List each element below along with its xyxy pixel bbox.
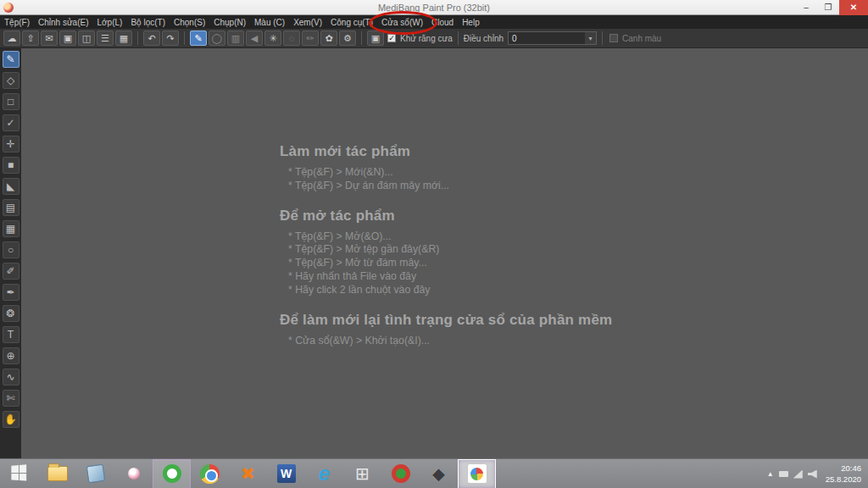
burst-icon[interactable]: ✳ (264, 30, 281, 46)
orange-x-icon: ✖ (241, 465, 255, 482)
taskbar-clock[interactable]: 20:46 25.8.2020 (826, 463, 865, 485)
toolbar-separator (361, 31, 362, 45)
zoom-tool[interactable]: ⊕ (3, 347, 19, 364)
taskbar-grid-app[interactable]: ⊞ (343, 459, 381, 488)
taskbar-red-green-app[interactable] (381, 459, 420, 488)
canvas-area[interactable]: Làm mới tác phẩm * Tệp(&F) > Mới(&N)... … (21, 48, 868, 458)
shape-tool[interactable]: ■ (3, 157, 19, 174)
taskbar-chrome[interactable] (191, 459, 229, 488)
menu-filter[interactable]: Bộ lọc(T) (126, 18, 170, 27)
correction-value: 0 (509, 34, 585, 43)
menu-edit[interactable]: Chỉnh sửa(E) (34, 18, 93, 27)
rect-select-tool[interactable]: □ (3, 93, 19, 110)
comment-icon[interactable]: ✉ (41, 30, 58, 46)
menu-select[interactable]: Chọn(S) (170, 18, 209, 27)
cloud-new-icon[interactable]: ☁ (3, 30, 20, 46)
pattern-icon[interactable]: ▥ (227, 30, 244, 46)
volume-icon[interactable] (808, 470, 817, 479)
window-title: MediBang Paint Pro (32bit) (0, 3, 868, 13)
material-list-icon[interactable]: ☰ (97, 30, 114, 46)
redo-icon[interactable]: ↷ (162, 30, 179, 46)
toolbar-separator (184, 31, 185, 45)
restore-button[interactable]: ❐ (817, 0, 839, 15)
taskbar-pink-app[interactable] (114, 459, 153, 488)
taskbar-file-explorer[interactable] (38, 459, 76, 488)
ellipse-select-tool[interactable]: ○ (3, 241, 19, 258)
menu-cloud[interactable]: Cloud (427, 18, 458, 27)
flower-icon[interactable]: ✿ (320, 30, 337, 46)
menu-tools[interactable]: Công cụ(T) (326, 18, 377, 27)
taskbar-medibang-active[interactable] (458, 459, 496, 488)
polygon-select-tool[interactable]: ✓ (3, 114, 19, 131)
correction-dropdown[interactable]: 0 ▾ (508, 31, 597, 45)
menu-color[interactable]: Màu (C) (250, 18, 289, 27)
text-tool[interactable]: T (3, 326, 19, 343)
ellipse-icon[interactable]: ◯ (209, 30, 225, 46)
stamp-tool[interactable]: ❂ (3, 305, 19, 322)
grid-panel-icon[interactable]: ▦ (115, 30, 132, 46)
keyboard-icon[interactable] (779, 471, 788, 477)
close-button[interactable]: ✕ (839, 0, 868, 15)
taskbar-glass-app[interactable] (76, 459, 114, 488)
chrome-icon (200, 464, 220, 484)
help-line: * Hãy nhấn thả File vào đây (288, 270, 687, 284)
tile-select-tool[interactable]: ▦ (3, 220, 19, 237)
hand-tool[interactable]: ✋ (3, 411, 19, 428)
pen-edit-tool[interactable]: ✒ (3, 284, 19, 301)
green-ring-icon (163, 464, 181, 483)
network-icon[interactable] (793, 470, 803, 479)
undo-icon[interactable]: ↶ (143, 30, 160, 46)
menu-bar: Tệp(F) Chỉnh sửa(E) Lớp(L) Bộ lọc(T) Chọ… (0, 15, 868, 29)
taskbar-orange-app[interactable]: ✖ (229, 459, 267, 488)
triangle-icon[interactable]: ◀ (246, 30, 263, 46)
pencil-icon[interactable]: ✏ (302, 30, 319, 46)
tool-palette: ✎ ◇ □ ✓ ✛ ■ ◣ ▤ ▦ ○ ✐ ✒ ❂ T ⊕ ∿ ✄ ✋ (0, 48, 21, 458)
image-icon[interactable]: ▣ (59, 30, 76, 46)
gear-icon[interactable]: ⚙ (339, 30, 356, 46)
help-heading-reset: Để làm mới lại tình trạng cửa sổ của phầ… (280, 312, 687, 329)
tray-expand-icon[interactable]: ▲ (767, 470, 774, 478)
menu-snap[interactable]: Chụp(N) (209, 18, 250, 27)
help-heading-open: Để mở tác phẩm (280, 208, 687, 225)
menu-window[interactable]: Cửa sổ(W) (377, 18, 427, 27)
taskbar-diamond-app[interactable]: ◆ (420, 459, 458, 488)
taskbar-green-browser[interactable] (153, 459, 191, 488)
medibang-icon (467, 463, 487, 484)
help-line: * Cửa sổ(&W) > Khởi tạo(&I)... (288, 335, 687, 348)
taskbar-word[interactable]: W (267, 459, 305, 488)
antialias-label: Khử răng cưa (400, 34, 453, 43)
toolbar: ☁ ⇧ ✉ ▣ ◫ ☰ ▦ ↶ ↷ ✎ ◯ ▥ ◀ ✳ ◌ ✏ ✿ ⚙ ▣ ✓ … (0, 29, 868, 48)
menu-help[interactable]: Help (458, 18, 484, 27)
glass-tile-icon (86, 464, 105, 484)
help-line: * Hãy click 2 lần chuột vào đây (288, 284, 687, 297)
snip-tool[interactable]: ✄ (3, 390, 19, 407)
start-button[interactable] (0, 459, 38, 488)
disabled-option-label: Canh màu (622, 34, 661, 43)
clock-time: 20:46 (826, 463, 861, 474)
antialias-checkbox[interactable]: ✓ (387, 34, 396, 42)
minimize-button[interactable]: – (795, 0, 817, 15)
gradient-tool[interactable]: ▤ (3, 199, 19, 216)
export-icon[interactable]: ⇧ (22, 30, 39, 46)
save-icon[interactable]: ◫ (78, 30, 95, 46)
menu-file[interactable]: Tệp(F) (0, 18, 34, 27)
help-line: * Tệp(&F) > Mở(&O)... (288, 230, 687, 244)
taskbar-internet-explorer[interactable]: e (305, 459, 343, 488)
bucket-fill-tool[interactable]: ◣ (3, 178, 19, 195)
stroke-tool[interactable]: ∿ (3, 369, 19, 385)
pen-tool-icon[interactable]: ✎ (190, 30, 207, 46)
brush-tool[interactable]: ✎ (3, 51, 19, 68)
eraser-tool[interactable]: ◇ (3, 72, 19, 89)
clock-date: 25.8.2020 (826, 474, 861, 485)
menu-view[interactable]: Xem(V) (289, 18, 326, 27)
diamond-icon: ◆ (432, 465, 445, 482)
eyedropper-tool[interactable]: ✐ (3, 263, 19, 280)
disabled-option-checkbox[interactable] (609, 34, 618, 42)
panel-icon[interactable]: ▣ (367, 30, 384, 46)
dotted-circle-icon[interactable]: ◌ (283, 30, 300, 46)
correction-label: Điều chỉnh (464, 34, 504, 43)
menu-layer[interactable]: Lớp(L) (93, 18, 127, 27)
startup-help-text: Làm mới tác phẩm * Tệp(&F) > Mới(&N)... … (280, 143, 687, 362)
toolbar-separator (458, 31, 459, 45)
move-tool[interactable]: ✛ (3, 136, 19, 152)
